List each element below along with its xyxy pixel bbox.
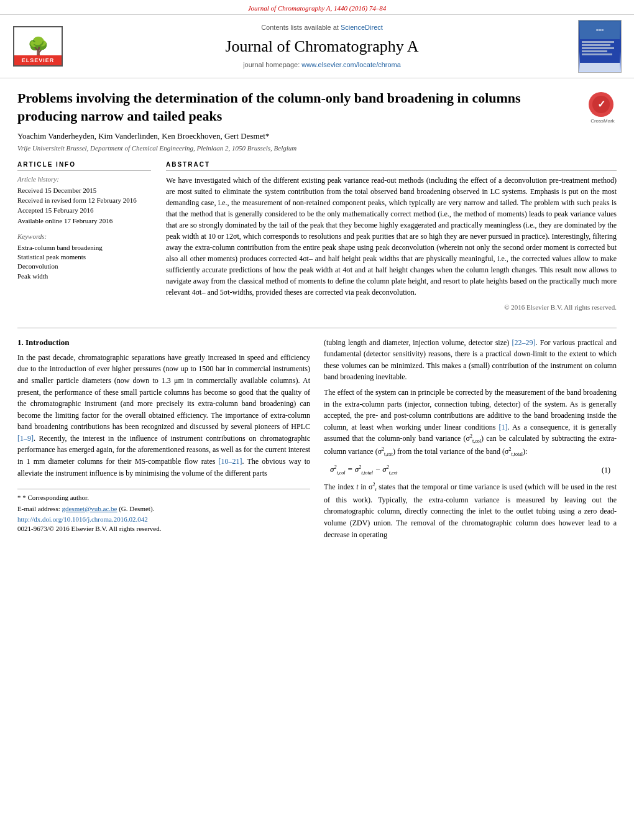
copyright: © 2016 Elsevier B.V. All rights reserved… <box>166 303 617 312</box>
logo-box: 🌳 ELSEVIER <box>13 26 63 67</box>
crossmark-circle: ✓ <box>589 92 613 117</box>
crossmark-label: CrossMark <box>589 118 617 124</box>
article-title-section: Problems involving the determination of … <box>17 90 617 125</box>
ref-22-29[interactable]: [22–29] <box>512 338 536 347</box>
formula-text: σ2t,col = σ2t,total − σ2t,ext <box>330 464 397 476</box>
email-link[interactable]: gdesmet@vub.ac.be <box>62 505 117 512</box>
article-info-column: ARTICLE INFO Article history: Received 1… <box>17 160 151 312</box>
available-date: Available online 17 February 2016 <box>17 216 151 226</box>
received-date: Received 15 December 2015 <box>17 186 151 195</box>
contents-available-line: Contents lists available at ScienceDirec… <box>78 23 566 32</box>
article-info-abstract: ARTICLE INFO Article history: Received 1… <box>17 160 617 312</box>
contents-label: Contents lists available at <box>261 24 339 31</box>
article-info-label: ARTICLE INFO <box>17 160 151 171</box>
journal-citation-bar: Journal of Chromatography A, 1440 (2016)… <box>0 0 634 14</box>
tree-icon: 🌳 <box>27 38 49 55</box>
keywords-label: Keywords: <box>17 232 151 241</box>
formula-number: (1) <box>602 465 610 476</box>
authors: Yoachim Vanderheyden, Kim Vanderlinden, … <box>17 131 617 142</box>
journal-header: 🌳 ELSEVIER Contents lists available at S… <box>0 14 634 78</box>
body-content: 1. Introduction In the past decade, chro… <box>0 337 634 545</box>
homepage-label: journal homepage: <box>243 61 300 68</box>
journal-thumbnail: ≡≡≡ <box>578 20 622 73</box>
affiliation: Vrije Universiteit Brussel, Department o… <box>17 144 617 153</box>
homepage-line: journal homepage: www.elsevier.com/locat… <box>78 60 566 70</box>
introduction-heading: 1. Introduction <box>17 337 310 348</box>
intro-para-4: The index t in σ2t states that the tempo… <box>324 481 617 540</box>
science-direct-link[interactable]: ScienceDirect <box>341 24 383 31</box>
footnote-section: * * Corresponding author. E-mail address… <box>17 489 310 534</box>
journal-center: Contents lists available at ScienceDirec… <box>66 23 578 70</box>
elsevier-brand-label: ELSEVIER <box>14 55 62 66</box>
keyword-2: Statistical peak moments <box>17 252 151 262</box>
ref-1[interactable]: [1] <box>498 423 507 432</box>
accepted-date: Accepted 15 February 2016 <box>17 206 151 215</box>
abstract-label: ABSTRACT <box>166 160 617 171</box>
keyword-4: Peak width <box>17 272 151 281</box>
history-label: Article history: <box>17 175 151 184</box>
intro-para-1: In the past decade, chromatographic sepa… <box>17 352 310 479</box>
corresponding-star: * <box>17 494 21 501</box>
abstract-text: We have investigated which of the differ… <box>166 175 617 298</box>
article-history: Article history: Received 15 December 20… <box>17 175 151 226</box>
keyword-1: Extra-column band broadening <box>17 243 151 252</box>
article-title: Problems involving the determination of … <box>17 90 589 125</box>
ref-10-21[interactable]: [10–21] <box>219 457 242 466</box>
doi-link[interactable]: http://dx.doi.org/10.1016/j.chroma.2016.… <box>17 515 310 524</box>
ref-1-9[interactable]: [1–9] <box>17 434 34 443</box>
corresponding-author-note: * * Corresponding author. <box>17 493 310 502</box>
received-revised-date: Received in revised form 12 February 201… <box>17 196 151 205</box>
intro-para-2: (tubing length and diameter, injection v… <box>324 337 617 383</box>
section-divider <box>17 328 617 328</box>
article-content: Problems involving the determination of … <box>0 78 634 318</box>
crossmark-badge[interactable]: ✓ CrossMark <box>589 92 617 120</box>
elsevier-logo: 🌳 ELSEVIER <box>10 26 66 67</box>
email-note: E-mail address: gdesmet@vub.ac.be (G. De… <box>17 504 310 514</box>
email-name: (G. Desmet). <box>119 505 154 512</box>
body-left-column: 1. Introduction In the past decade, chro… <box>17 337 310 545</box>
abstract-column: ABSTRACT We have investigated which of t… <box>166 160 617 312</box>
journal-title: Journal of Chromatography A <box>78 35 566 58</box>
intro-para-3: The effect of the system can in principl… <box>324 387 617 459</box>
keywords-block: Keywords: Extra-column band broadening S… <box>17 232 151 281</box>
journal-citation-text: Journal of Chromatography A, 1440 (2016)… <box>248 4 387 12</box>
homepage-url[interactable]: www.elsevier.com/locate/chroma <box>301 61 401 68</box>
svg-text:✓: ✓ <box>597 99 605 109</box>
formula-1: σ2t,col = σ2t,total − σ2t,ext (1) <box>324 464 617 476</box>
issn-line: 0021-9673/© 2016 Elsevier B.V. All right… <box>17 524 310 533</box>
page: Journal of Chromatography A, 1440 (2016)… <box>0 0 634 840</box>
keyword-3: Deconvolution <box>17 262 151 271</box>
body-right-column: (tubing length and diameter, injection v… <box>324 337 617 545</box>
